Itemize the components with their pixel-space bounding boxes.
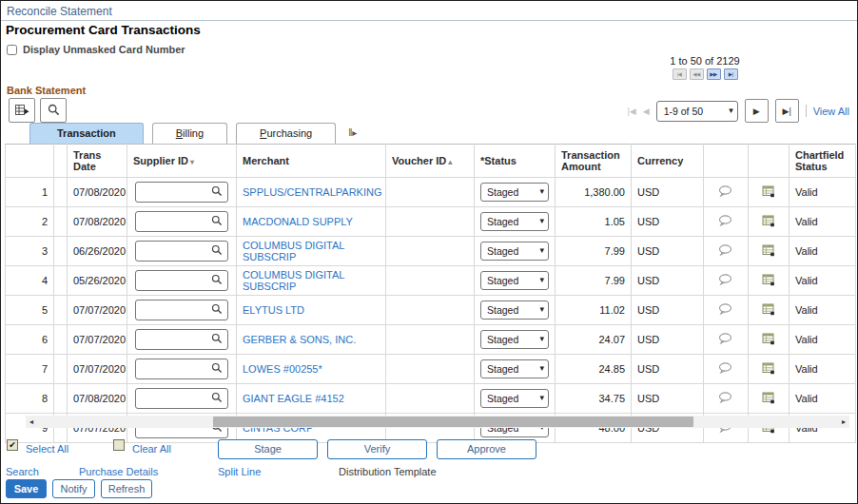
distribution-icon[interactable] [762, 247, 775, 259]
comment-icon[interactable] [718, 277, 733, 288]
lookup-icon[interactable] [211, 185, 223, 199]
supplier-id-input[interactable] [135, 329, 228, 350]
merchant-link[interactable]: ELYTUS LTD [243, 304, 304, 316]
tab-transaction[interactable]: Transaction [29, 123, 144, 144]
status-select[interactable]: Staged [480, 183, 549, 202]
grid-last-page-button[interactable]: ▶| [775, 99, 799, 123]
stage-button[interactable]: Stage [218, 439, 318, 459]
distribution-icon[interactable] [762, 336, 775, 347]
split-line-link[interactable]: Split Line [218, 466, 261, 477]
view-all-link[interactable]: View All [813, 106, 849, 117]
currency-value: USD [632, 355, 704, 384]
status-select[interactable]: Staged [480, 212, 549, 231]
lookup-icon[interactable] [211, 215, 223, 228]
status-select[interactable]: Staged [480, 300, 549, 320]
header-row-number [6, 145, 54, 178]
next-chunk-button[interactable]: ▶▶ [707, 68, 721, 80]
comment-icon[interactable] [718, 188, 733, 200]
merchant-link[interactable]: COLUMBUS DIGITAL SUBSCRIP [243, 240, 344, 262]
chartfield-status-value: Valid [790, 237, 856, 266]
table-row: 3 06/26/2020 COLUMBUS DIGITAL SUBSCRIP S… [6, 237, 856, 266]
last-chunk-button[interactable]: ▶| [724, 68, 738, 80]
merchant-link[interactable]: MACDONALD SUPPLY [243, 216, 353, 227]
comment-icon[interactable] [718, 395, 733, 406]
lookup-icon[interactable] [211, 362, 223, 376]
grid-toolbar [9, 98, 67, 123]
table-row: 8 07/08/2020 GIANT EAGLE #4152 Staged ▾ … [6, 384, 856, 414]
select-all-label[interactable]: Select All [26, 443, 68, 455]
lookup-icon[interactable] [211, 303, 223, 317]
sort-asc-icon: ▴ [448, 158, 452, 166]
supplier-id-input[interactable] [135, 359, 228, 379]
comment-icon[interactable] [718, 306, 733, 318]
tab-purchasing[interactable]: Purchasing [236, 123, 336, 144]
chunk-nav: |◀ ◀◀ ▶▶ ▶| [662, 68, 748, 80]
scrollbar-track[interactable] [37, 416, 838, 428]
display-unmasked-checkbox[interactable] [7, 45, 17, 55]
lookup-icon[interactable] [211, 244, 223, 258]
lookup-icon[interactable] [211, 392, 223, 405]
personalize-grid-button[interactable] [9, 98, 35, 123]
status-select[interactable]: Staged [480, 242, 549, 261]
clear-all-label[interactable]: Clear All [132, 443, 171, 455]
header-currency: Currency [632, 145, 704, 178]
verify-button[interactable]: Verify [327, 439, 427, 459]
comment-icon[interactable] [718, 247, 733, 259]
status-select[interactable]: Staged [480, 389, 549, 408]
zoom-grid-button[interactable] [40, 98, 67, 123]
header-supplier-id[interactable]: Supplier ID▾ [127, 145, 237, 178]
clear-all-control[interactable]: Clear All [113, 439, 171, 455]
chartfield-status-value: Valid [790, 325, 856, 355]
select-all-control[interactable]: ✔ Select All [7, 439, 68, 455]
supplier-id-input[interactable] [135, 300, 228, 320]
lookup-icon[interactable] [211, 274, 223, 287]
select-all-checkbox-checked-icon[interactable]: ✔ [7, 439, 18, 451]
supplier-id-input[interactable] [135, 211, 228, 232]
scroll-right-arrow[interactable]: ▸ [838, 416, 849, 428]
row-spacer [54, 384, 68, 414]
status-select[interactable]: Staged [480, 359, 549, 378]
distribution-icon[interactable] [762, 188, 775, 200]
transaction-amount-value: 1.05 [556, 207, 632, 237]
save-button[interactable]: Save [6, 479, 47, 498]
merchant-link[interactable]: SPPLUS/CENTRALPARKING [243, 186, 382, 198]
distribution-icon[interactable] [762, 395, 775, 406]
comment-icon[interactable] [718, 365, 733, 377]
grid-first-page-icon: |◀ [627, 107, 635, 116]
supplier-id-input[interactable] [135, 270, 228, 291]
approve-button[interactable]: Approve [437, 439, 536, 459]
header-voucher-id[interactable]: Voucher ID▴ [386, 145, 475, 178]
comment-icon[interactable] [718, 336, 733, 347]
distribution-icon[interactable] [762, 306, 775, 318]
table-row: 7 07/07/2020 LOWES #00255* Staged ▾ 24.8… [6, 355, 856, 384]
show-all-columns-icon[interactable]: ‖▸ [348, 127, 357, 138]
header-distribution [749, 145, 790, 178]
merchant-link[interactable]: GERBER & SONS, INC. [243, 334, 356, 345]
comment-icon[interactable] [718, 218, 733, 229]
distribution-icon[interactable] [762, 218, 775, 229]
tab-billing[interactable]: Billing [152, 123, 227, 144]
trans-date-value: 07/07/2020 [68, 355, 127, 384]
grid-next-page-button[interactable]: ▶ [745, 99, 769, 123]
clear-all-checkbox-icon[interactable] [113, 439, 125, 451]
notify-button[interactable]: Notify [52, 479, 95, 498]
merchant-link[interactable]: GIANT EAGLE #4152 [243, 393, 344, 404]
distribution-icon[interactable] [762, 365, 775, 377]
supplier-id-input[interactable] [135, 241, 228, 262]
row-range-select[interactable]: 1-9 of 50 [656, 101, 738, 122]
distribution-icon[interactable] [762, 277, 775, 288]
merchant-link[interactable]: LOWES #00255* [243, 363, 322, 375]
scrollbar-thumb[interactable] [213, 417, 693, 427]
scroll-left-arrow[interactable]: ◂ [26, 416, 37, 428]
merchant-link[interactable]: COLUMBUS DIGITAL SUBSCRIP [243, 269, 344, 292]
supplier-id-input[interactable] [135, 182, 228, 203]
refresh-button[interactable]: Refresh [101, 479, 152, 498]
status-select[interactable]: Staged [480, 330, 549, 349]
lookup-icon[interactable] [211, 333, 223, 346]
status-select[interactable]: Staged [480, 271, 549, 290]
header-spacer [54, 145, 68, 178]
display-unmasked-label: Display Unmasked Card Number [23, 44, 185, 55]
supplier-id-input[interactable] [135, 388, 228, 409]
purchase-details-link[interactable]: Purchase Details [79, 466, 158, 477]
search-link[interactable]: Search [6, 466, 39, 477]
